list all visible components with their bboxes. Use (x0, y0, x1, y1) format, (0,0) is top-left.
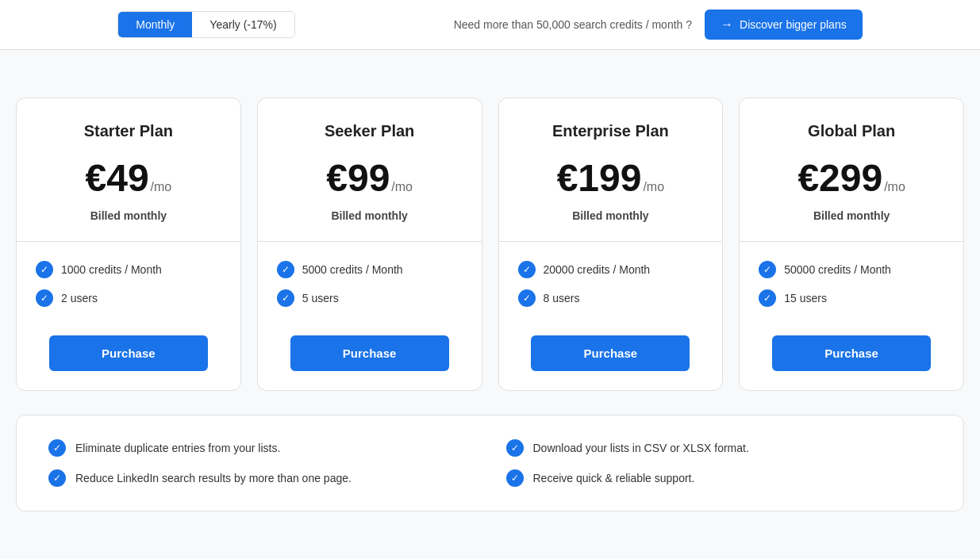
billing-text-enterprise: Billed monthly (518, 209, 704, 222)
check-icon: ✓ (277, 289, 294, 307)
bottom-feature-item: ✓ Reduce LinkedIn search results by more… (48, 469, 475, 487)
plan-card-starter: Starter Plan €49 /mo Billed monthly ✓ 10… (16, 98, 241, 391)
price-amount-enterprise: €199 (557, 156, 642, 200)
plan-features-enterprise: ✓ 20000 credits / Month ✓ 8 users (499, 242, 723, 323)
bottom-feature-item: ✓ Receive quick & reliable support. (506, 469, 932, 487)
bottom-feature-text: Download your lists in CSV or XLSX forma… (533, 442, 749, 454)
feature-text: 15 users (784, 292, 827, 304)
bottom-feature-text: Receive quick & reliable support. (533, 472, 695, 484)
plan-action-global: Purchase (740, 323, 963, 390)
feature-text: 20000 credits / Month (544, 263, 651, 276)
check-icon: ✓ (48, 469, 66, 487)
plan-action-seeker: Purchase (258, 323, 482, 390)
purchase-button-seeker[interactable]: Purchase (290, 335, 449, 371)
arrow-icon: → (721, 17, 733, 32)
plan-price-global: €299 /mo (759, 156, 944, 200)
feature-item: ✓ 20000 credits / Month (518, 261, 704, 278)
feature-item: ✓ 5000 credits / Month (277, 261, 463, 278)
feature-text: 5000 credits / Month (302, 263, 403, 276)
plan-features-seeker: ✓ 5000 credits / Month ✓ 5 users (258, 242, 482, 323)
price-amount-starter: €49 (85, 156, 148, 200)
plan-name-starter: Starter Plan (36, 122, 221, 140)
feature-text: 5 users (302, 292, 339, 304)
check-icon: ✓ (506, 439, 524, 457)
bottom-feature-item: ✓ Eliminate duplicate entries from your … (48, 439, 475, 457)
feature-item: ✓ 5 users (277, 289, 463, 307)
plan-features-global: ✓ 50000 credits / Month ✓ 15 users (740, 242, 963, 323)
feature-item: ✓ 1000 credits / Month (36, 261, 221, 278)
top-bar: Monthly Yearly (-17%) Need more than 50,… (0, 0, 980, 50)
purchase-button-global[interactable]: Purchase (772, 335, 931, 371)
check-icon: ✓ (506, 469, 524, 487)
bottom-feature-text: Eliminate duplicate entries from your li… (75, 442, 280, 454)
plan-price-enterprise: €199 /mo (518, 156, 704, 200)
purchase-button-starter[interactable]: Purchase (49, 335, 208, 371)
check-icon: ✓ (36, 261, 53, 278)
discover-bigger-plans-button[interactable]: → Discover bigger plans (705, 10, 863, 40)
price-amount-global: €299 (797, 156, 882, 200)
top-bar-right: Need more than 50,000 search credits / m… (454, 10, 863, 40)
plan-header-starter: Starter Plan €49 /mo Billed monthly (17, 98, 240, 242)
price-period-seeker: /mo (391, 180, 413, 194)
check-icon: ✓ (759, 289, 776, 307)
check-icon: ✓ (518, 261, 536, 278)
plan-name-enterprise: Enterprise Plan (518, 122, 704, 140)
plan-price-starter: €49 /mo (36, 156, 221, 200)
check-icon: ✓ (759, 261, 776, 278)
check-icon: ✓ (48, 439, 66, 457)
purchase-button-enterprise[interactable]: Purchase (531, 335, 690, 371)
feature-item: ✓ 50000 credits / Month (759, 261, 944, 278)
discover-btn-label: Discover bigger plans (740, 18, 847, 31)
price-period-starter: /mo (151, 180, 172, 194)
feature-text: 2 users (61, 292, 98, 304)
feature-item: ✓ 15 users (759, 289, 944, 307)
feature-text: 50000 credits / Month (784, 263, 891, 276)
feature-item: ✓ 2 users (36, 289, 221, 307)
monthly-toggle-btn[interactable]: Monthly (118, 12, 192, 37)
bottom-feature-item: ✓ Download your lists in CSV or XLSX for… (506, 439, 932, 457)
plan-name-seeker: Seeker Plan (277, 122, 463, 140)
billing-text-starter: Billed monthly (36, 209, 221, 222)
billing-text-global: Billed monthly (759, 209, 944, 222)
plan-card-enterprise: Enterprise Plan €199 /mo Billed monthly … (498, 98, 724, 391)
credits-text: Need more than 50,000 search credits / m… (454, 18, 692, 31)
billing-toggle: Monthly Yearly (-17%) (117, 11, 294, 38)
plan-price-seeker: €99 /mo (277, 156, 463, 200)
check-icon: ✓ (518, 289, 536, 307)
billing-text-seeker: Billed monthly (277, 209, 463, 222)
bottom-features-section: ✓ Eliminate duplicate entries from your … (16, 415, 964, 511)
plan-name-global: Global Plan (759, 122, 944, 140)
feature-item: ✓ 8 users (518, 289, 704, 307)
feature-text: 1000 credits / Month (61, 263, 162, 276)
plan-action-starter: Purchase (17, 323, 240, 390)
price-amount-seeker: €99 (326, 156, 390, 200)
plan-card-global: Global Plan €299 /mo Billed monthly ✓ 50… (739, 98, 964, 391)
plan-header-seeker: Seeker Plan €99 /mo Billed monthly (258, 98, 482, 242)
main-content: Starter Plan €49 /mo Billed monthly ✓ 10… (0, 50, 980, 543)
plan-features-starter: ✓ 1000 credits / Month ✓ 2 users (17, 242, 240, 323)
plans-grid: Starter Plan €49 /mo Billed monthly ✓ 10… (16, 98, 964, 391)
plan-action-enterprise: Purchase (499, 323, 723, 390)
plan-header-enterprise: Enterprise Plan €199 /mo Billed monthly (499, 98, 723, 242)
yearly-toggle-btn[interactable]: Yearly (-17%) (192, 12, 294, 37)
price-period-global: /mo (884, 180, 905, 194)
plan-header-global: Global Plan €299 /mo Billed monthly (740, 98, 963, 242)
feature-text: 8 users (544, 292, 580, 304)
bottom-feature-text: Reduce LinkedIn search results by more t… (75, 472, 352, 484)
check-icon: ✓ (36, 289, 53, 307)
price-period-enterprise: /mo (643, 180, 664, 194)
check-icon: ✓ (277, 261, 294, 278)
plan-card-seeker: Seeker Plan €99 /mo Billed monthly ✓ 500… (257, 98, 482, 391)
